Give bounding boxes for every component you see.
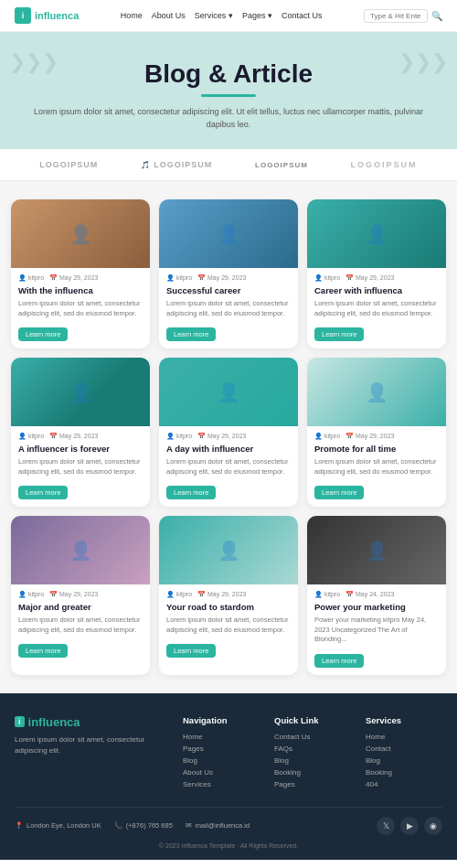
card-image: 👤 [307,516,446,584]
card-date: 📅 May 29, 2023 [49,433,98,440]
navbar: i influenca Home About Us Services Pages… [0,0,457,32]
card-desc: Lorem ipsum dolor sit amet, consectetur … [314,299,439,318]
card-author: 👤 kitpro [314,433,340,440]
footer-grid: i influenca Lorem ipsum dolor sit amet, … [15,715,442,792]
youtube-icon[interactable]: ▶ [400,817,419,835]
instagram-icon[interactable]: ◉ [424,817,442,835]
footer-quick-item[interactable]: FAQs [274,745,351,753]
hero-arrows-left: ❯❯❯ [9,50,58,74]
blog-card: 👤 👤 kitpro 📅 May 24, 2023 Power your mar… [307,516,446,675]
card-meta: 👤 kitpro 📅 May 29, 2023 [18,591,143,598]
card-author: 👤 kitpro [18,591,44,598]
nav-about[interactable]: About Us [152,11,186,20]
learn-more-button[interactable]: Learn more [166,486,216,499]
footer-social: 𝕏 ▶ ◉ [377,817,442,835]
learn-more-button[interactable]: Learn more [166,644,216,658]
nav-pages[interactable]: Pages [242,11,272,20]
footer-quick-list: Contact UsFAQsBlogBookingPages [274,733,351,788]
footer-quick-item[interactable]: Contact Us [274,733,351,741]
footer-quick-heading: Quick Link [274,715,351,725]
footer-services-item[interactable]: 404 [366,780,442,788]
card-title: Career with influenca [314,285,439,295]
footer: i influenca Lorem ipsum dolor sit amet, … [0,693,457,860]
card-date: 📅 May 29, 2023 [197,433,246,440]
learn-more-button[interactable]: Learn more [314,654,364,668]
card-image: 👤 [159,199,298,268]
location-icon: 📍 [15,821,23,830]
footer-services-item[interactable]: Home [366,733,442,741]
card-meta: 👤 kitpro 📅 May 24, 2023 [314,591,439,598]
card-body: 👤 kitpro 📅 May 29, 2023 Career with infl… [307,268,446,348]
nav-logo: i influenca [15,7,79,24]
footer-nav-item[interactable]: About Us [183,768,260,777]
card-body: 👤 kitpro 📅 May 29, 2023 Your road to sta… [159,584,298,665]
blog-card: 👤 👤 kitpro 📅 May 29, 2023 Successful car… [159,199,298,348]
card-title: Successful career [166,285,291,295]
card-body: 👤 kitpro 📅 May 24, 2023 Power your marke… [307,584,446,675]
footer-nav-item[interactable]: Pages [183,745,260,753]
nav-services[interactable]: Services [195,11,233,20]
footer-services-item[interactable]: Booking [366,768,442,777]
learn-more-button[interactable]: Learn more [18,486,68,499]
nav-links: Home About Us Services Pages Contact Us [121,11,323,20]
footer-copy: © 2023 Influenca Template · All Rights R… [15,842,442,849]
blog-card: 👤 👤 kitpro 📅 May 29, 2023 A day with inf… [159,358,298,507]
footer-quick: Quick Link Contact UsFAQsBlogBookingPage… [274,715,351,792]
footer-services: Services HomeContactBlogBooking404 [366,715,442,792]
blog-card: 👤 👤 kitpro 📅 May 29, 2023 With the influ… [11,199,150,348]
search-input[interactable] [364,9,428,23]
card-desc: Lorem ipsum dolor sit amet, consectetur … [18,299,143,318]
card-image: 👤 [159,516,298,584]
blog-card: 👤 👤 kitpro 📅 May 29, 2023 Promote for al… [307,358,446,507]
card-author: 👤 kitpro [166,591,192,598]
footer-services-item[interactable]: Contact [366,745,442,753]
nav-home[interactable]: Home [121,11,143,20]
card-date: 📅 May 29, 2023 [49,591,98,598]
blog-grid: 👤 👤 kitpro 📅 May 29, 2023 With the influ… [11,199,446,675]
nav-contact[interactable]: Contact Us [282,11,323,20]
logo-icon: i [15,7,31,24]
footer-email-text: mail@influenca.id [196,821,250,830]
logo-3: LOGOIPSUM [255,161,308,169]
card-date: 📅 May 29, 2023 [345,433,394,440]
footer-logo: i influenca [15,715,168,729]
blog-card: 👤 👤 kitpro 📅 May 29, 2023 Career with in… [307,199,446,348]
card-body: 👤 kitpro 📅 May 29, 2023 A influencer is … [11,426,150,507]
footer-nav-item[interactable]: Blog [183,756,260,765]
learn-more-button[interactable]: Learn more [314,327,364,341]
hero-section: ❯❯❯ ❯❯❯ Blog & Article Lorem ipsum dolor… [0,32,457,149]
footer-nav-item[interactable]: Services [183,780,260,788]
card-author: 👤 kitpro [166,274,192,282]
footer-contact: 📍 London Eye, London UK 📞 (+876) 765 685… [15,821,250,830]
footer-nav: Navigation HomePagesBlogAbout UsServices [183,715,260,792]
card-desc: Lorem ipsum dolor sit amet, consectetur … [166,616,291,635]
learn-more-button[interactable]: Learn more [166,327,216,341]
logos-bar: logoipsum LOGOIPSUM LOGOIPSUM LOGOIPSUM [0,149,457,181]
footer-nav-item[interactable]: Home [183,733,260,741]
search-icon[interactable]: 🔍 [431,11,442,21]
footer-brand: i influenca Lorem ipsum dolor sit amet, … [15,715,168,792]
footer-quick-item[interactable]: Pages [274,780,351,788]
card-author: 👤 kitpro [166,433,192,440]
card-title: A influencer is forever [18,444,143,454]
hero-description: Lorem ipsum dolor sit amet, consectetur … [18,106,439,131]
card-image: 👤 [307,199,446,268]
card-meta: 👤 kitpro 📅 May 29, 2023 [166,274,291,282]
footer-quick-item[interactable]: Booking [274,768,351,777]
hero-title: Blog & Article [18,59,439,89]
footer-phone: 📞 (+876) 765 685 [114,821,173,830]
learn-more-button[interactable]: Learn more [18,327,68,341]
footer-services-heading: Services [366,715,442,725]
blog-card: 👤 👤 kitpro 📅 May 29, 2023 A influencer i… [11,358,150,507]
card-author: 👤 kitpro [18,433,44,440]
footer-services-item[interactable]: Blog [366,756,442,765]
twitter-icon[interactable]: 𝕏 [377,817,395,835]
card-author: 👤 kitpro [18,274,44,282]
card-title: Promote for all time [314,444,439,454]
card-desc: Lorem ipsum dolor sit amet, consectetur … [166,457,291,477]
logo-2: LOGOIPSUM [141,160,212,169]
learn-more-button[interactable]: Learn more [18,644,68,658]
card-date: 📅 May 29, 2023 [345,274,394,282]
footer-quick-item[interactable]: Blog [274,756,351,765]
learn-more-button[interactable]: Learn more [314,486,364,499]
